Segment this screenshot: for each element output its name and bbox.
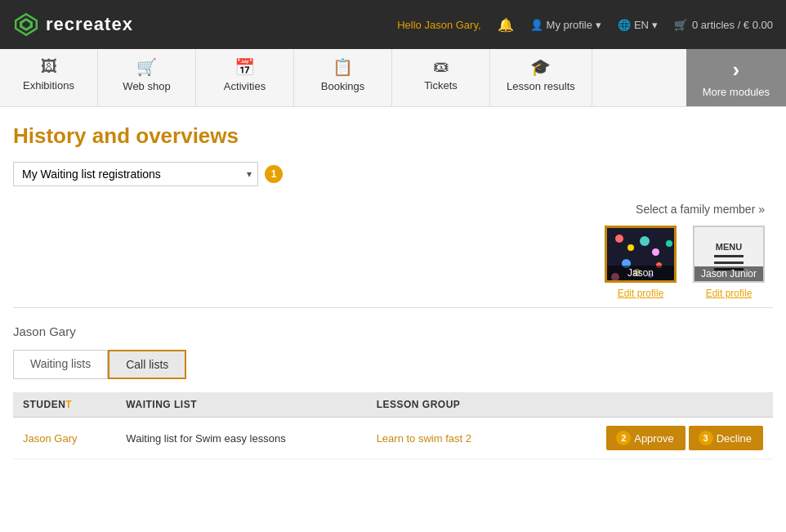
tab-waiting-lists-label: Waiting lists	[30, 357, 91, 370]
col-actions	[527, 392, 773, 418]
exhibitions-icon: 🖼	[41, 57, 57, 76]
lang-label: EN	[634, 19, 649, 31]
family-section: Select a family member »	[13, 203, 773, 299]
chevron-down-icon: ▾	[596, 19, 601, 31]
table-header: STUDENT WAITING LIST LESSON GROUP	[13, 392, 773, 418]
approve-button[interactable]: 2 Approve	[606, 426, 685, 450]
tab-more-modules-label: More modules	[703, 86, 770, 98]
tab-tickets-label: Tickets	[424, 79, 458, 92]
greeting-text: Hello Jason Gary,	[397, 19, 480, 31]
col-waiting-list: WAITING LIST	[116, 392, 366, 418]
logo-icon	[13, 11, 39, 38]
bookings-icon: 📋	[333, 57, 353, 77]
approve-label: Approve	[634, 432, 673, 445]
member-photo-jason-junior: MENU Jason Junior	[693, 226, 765, 283]
jason-name-overlay: Jason	[607, 266, 674, 280]
tickets-icon: 🎟	[433, 57, 449, 76]
tab-bookings-label: Bookings	[321, 80, 364, 92]
family-member-jason-junior[interactable]: MENU Jason Junior Edit profile	[693, 226, 765, 299]
cart-icon: 🛒	[674, 19, 687, 31]
profile-label: My profile	[547, 19, 592, 31]
decline-badge: 3	[699, 431, 713, 445]
tab-webshop[interactable]: 🛒 Web shop	[98, 49, 196, 106]
webshop-icon: 🛒	[136, 57, 157, 77]
logo[interactable]: recreatex	[13, 11, 133, 38]
jason-junior-edit-profile[interactable]: Edit profile	[706, 288, 753, 299]
nav-tabs: 🖼 Exhibitions 🛒 Web shop 📅 Activities 📋 …	[0, 49, 786, 107]
cell-actions: 2 Approve 3 Decline	[527, 418, 773, 459]
more-modules-icon: ›	[732, 57, 739, 83]
tab-activities[interactable]: 📅 Activities	[196, 49, 294, 106]
cell-student: Jason Gary	[13, 418, 116, 459]
tab-exhibitions[interactable]: 🖼 Exhibitions	[0, 49, 98, 106]
tab-webshop-label: Web shop	[123, 80, 170, 92]
jason-junior-name-overlay: Jason Junior	[694, 266, 763, 281]
tab-exhibitions-label: Exhibitions	[23, 79, 74, 92]
col-student: STUDENT	[13, 392, 116, 418]
family-members: Jason Edit profile MENU	[605, 226, 765, 299]
lesson-results-icon: 🎓	[530, 57, 551, 77]
logo-text: recreatex	[46, 14, 133, 35]
table-row: Jason Gary Waiting list for Swim easy le…	[13, 418, 773, 459]
history-dropdown[interactable]: My Waiting list registrations	[13, 162, 258, 186]
highlight-t: T	[65, 399, 72, 410]
bell-icon[interactable]: 🔔	[498, 17, 514, 33]
select-family-text[interactable]: Select a family member »	[636, 203, 765, 216]
tab-tickets[interactable]: 🎟 Tickets	[392, 49, 490, 106]
tab-activities-label: Activities	[224, 80, 266, 92]
dropdown-badge: 1	[265, 165, 283, 183]
approve-badge: 2	[616, 431, 631, 445]
member-photo-jason: Jason	[605, 226, 677, 283]
decline-label: Decline	[717, 432, 752, 445]
lesson-group-link[interactable]: Learn to swim fast 2	[377, 432, 471, 445]
decline-button[interactable]: 3 Decline	[689, 426, 763, 450]
cell-lesson-group: Learn to swim fast 2	[367, 418, 527, 459]
activities-icon: 📅	[234, 57, 255, 77]
tab-waiting-lists[interactable]: Waiting lists	[13, 350, 108, 379]
table-body: Jason Gary Waiting list for Swim easy le…	[13, 418, 773, 459]
family-member-jason[interactable]: Jason Edit profile	[605, 226, 677, 299]
action-buttons: 2 Approve 3 Decline	[537, 426, 763, 450]
language-selector[interactable]: 🌐 EN ▾	[618, 19, 658, 31]
tab-lesson-results[interactable]: 🎓 Lesson results	[490, 49, 592, 106]
tab-call-lists-label: Call lists	[126, 358, 168, 371]
chevron-down-icon: ▾	[652, 19, 658, 31]
sub-tabs: Waiting lists Call lists	[13, 350, 773, 379]
cell-waiting-list: Waiting list for Swim easy lessons	[116, 418, 366, 459]
tab-call-lists[interactable]: Call lists	[108, 350, 186, 379]
tab-bookings[interactable]: 📋 Bookings	[294, 49, 392, 106]
cart-area[interactable]: 🛒 0 articles / € 0.00	[674, 19, 773, 31]
main-content: History and overviews My Waiting list re…	[0, 107, 786, 484]
user-name-heading: Jason Gary	[13, 324, 773, 338]
menu-text: MENU	[716, 242, 742, 252]
col-lesson-group: LESSON GROUP	[367, 392, 527, 418]
profile-link[interactable]: 👤 My profile ▾	[530, 19, 601, 31]
header: recreatex Hello Jason Gary, 🔔 👤 My profi…	[0, 0, 786, 49]
tab-more-modules[interactable]: › More modules	[686, 49, 786, 106]
globe-icon: 🌐	[618, 19, 631, 31]
user-icon: 👤	[530, 19, 543, 31]
dropdown-row: My Waiting list registrations ▾ 1	[13, 162, 773, 186]
user-section: Jason Gary Waiting lists Call lists STUD…	[13, 316, 773, 467]
student-link[interactable]: Jason Gary	[23, 432, 77, 445]
page-title: History and overviews	[13, 123, 773, 149]
section-divider	[13, 307, 773, 308]
header-right: Hello Jason Gary, 🔔 👤 My profile ▾ 🌐 EN …	[397, 17, 773, 33]
waiting-list-table: STUDENT WAITING LIST LESSON GROUP Jason …	[13, 392, 773, 459]
cart-label: 0 articles / € 0.00	[692, 19, 773, 31]
tab-lesson-results-label: Lesson results	[507, 80, 575, 92]
dropdown-wrapper: My Waiting list registrations ▾	[13, 162, 258, 186]
jason-edit-profile[interactable]: Edit profile	[618, 288, 664, 299]
